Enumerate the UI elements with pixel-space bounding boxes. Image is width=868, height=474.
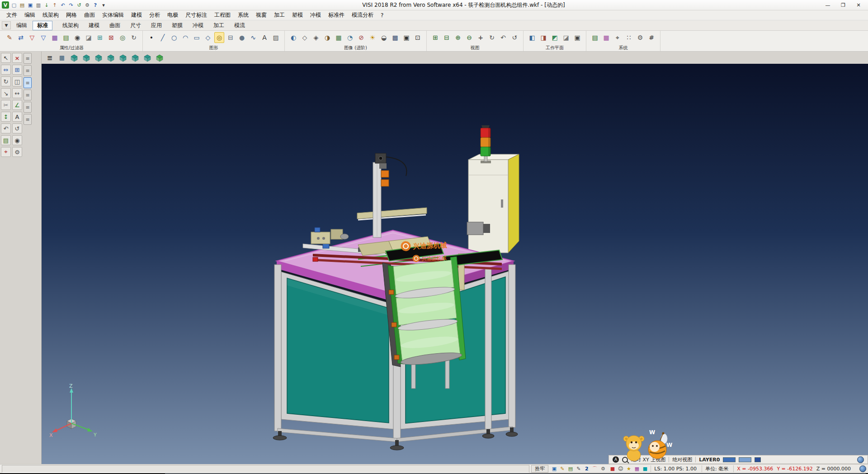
units-indicator[interactable]: 单位: 毫米 — [702, 465, 731, 472]
tab-modeling[interactable]: 建模 — [84, 21, 104, 30]
tab-moldflow[interactable]: 模流 — [230, 21, 250, 30]
refresh-icon[interactable]: ↺ — [75, 1, 83, 9]
workplane-yz-icon[interactable]: ◩ — [550, 32, 560, 43]
transparency-icon[interactable]: ◔ — [345, 32, 355, 43]
style-brush-icon[interactable]: ✎ — [558, 465, 566, 473]
menu-item[interactable]: 实体编辑 — [99, 10, 127, 20]
erase-filter-icon[interactable]: ⊠ — [106, 32, 116, 43]
menu-item[interactable]: 模流分析 — [348, 10, 377, 20]
point-icon[interactable]: • — [146, 32, 156, 43]
view-mode-indicator[interactable]: 绝对 XY 上视图 — [631, 456, 665, 463]
badge-2[interactable]: 2 — [583, 465, 590, 473]
workplane-3pt-icon[interactable]: ◪ — [561, 32, 571, 43]
grid-icon[interactable]: ∷ — [624, 32, 634, 43]
view-iso-icon[interactable] — [69, 53, 80, 63]
save-icon[interactable]: ▣ — [27, 1, 34, 9]
print-icon[interactable]: ▥ — [35, 1, 42, 9]
user-icon[interactable]: ☺ — [617, 465, 624, 473]
entity-filter-icon[interactable]: ◉ — [72, 32, 82, 43]
move-icon[interactable]: ⇔ — [1, 65, 11, 75]
clipboard-slot-4[interactable]: ≡ — [24, 90, 32, 100]
polygon-icon[interactable]: ◇ — [203, 32, 213, 43]
menu-item[interactable]: 塑模 — [288, 10, 307, 20]
layer-filter-icon[interactable]: ▤ — [61, 32, 71, 43]
menu-item[interactable]: 系统 — [234, 10, 252, 20]
tab-standard[interactable]: 标准 — [33, 21, 52, 30]
view-bottom-icon[interactable] — [142, 53, 153, 63]
clipboard-slot-2[interactable]: ≡ — [24, 65, 32, 76]
tab-edit[interactable]: 编辑 — [12, 21, 32, 30]
color-swatch-2[interactable] — [739, 457, 751, 462]
display-settings-icon[interactable]: ▣ — [550, 465, 558, 473]
view-front-icon[interactable] — [93, 53, 104, 63]
select-icon[interactable]: ↖ — [1, 53, 11, 63]
curve-icon[interactable]: ∿ — [248, 32, 258, 43]
circle-icon[interactable]: ○ — [169, 32, 179, 43]
redo-icon[interactable]: ↷ — [67, 1, 75, 9]
filter-blue-icon[interactable]: ▽ — [38, 32, 48, 43]
color-swatch-1[interactable] — [723, 457, 736, 462]
red-cube-icon[interactable]: ■ — [609, 465, 616, 473]
import-icon[interactable]: ↓ — [43, 1, 50, 9]
absolute-view-indicator[interactable]: 绝对视图 — [672, 456, 692, 463]
wireframe-view-icon[interactable]: ◇ — [300, 32, 310, 43]
sphere-icon[interactable]: ● — [237, 32, 247, 43]
light-icon[interactable]: ☀ — [368, 32, 377, 43]
annotate-icon[interactable]: A — [12, 112, 22, 122]
tab-die[interactable]: 冲模 — [188, 21, 208, 30]
tab-dimension[interactable]: 尺寸 — [126, 21, 146, 30]
text-icon[interactable]: A — [259, 32, 269, 43]
zoom-out-icon[interactable]: ⊖ — [464, 32, 474, 43]
dimension-icon[interactable]: ↕ — [1, 112, 11, 122]
menu-item[interactable]: 加工 — [270, 10, 288, 20]
camera-icon[interactable]: ▣ — [401, 32, 411, 43]
lock-toggle[interactable]: 拴牢 — [531, 465, 548, 473]
zoom-fit-icon[interactable]: ⊞ — [430, 32, 440, 43]
clipboard-slot-3[interactable]: ≡ — [24, 77, 32, 88]
menu-item[interactable]: 冲模 — [307, 10, 325, 20]
options-gear-icon[interactable]: ⚙ — [84, 1, 91, 9]
cyan-cube-icon[interactable]: ■ — [641, 465, 649, 473]
reset-filter-icon[interactable]: ↻ — [129, 32, 139, 43]
view-right-icon[interactable] — [130, 53, 141, 63]
star-icon[interactable]: ★ — [625, 465, 632, 473]
menu-item[interactable]: 工程图 — [211, 10, 234, 20]
menu-item[interactable]: 线架构 — [39, 10, 62, 20]
redraw-icon[interactable]: ↺ — [509, 32, 519, 43]
rotate-icon[interactable]: ↻ — [1, 76, 11, 86]
new-file-icon[interactable]: ▢ — [10, 1, 18, 9]
scale-indicator[interactable]: LS: 1.00 PS: 1.00 — [651, 465, 700, 472]
snap-icon[interactable]: ⌖ — [1, 147, 11, 157]
3d-viewport[interactable]: 兴迪源机械 兴迪源机械 Z — [42, 64, 868, 464]
menu-item[interactable]: 标准件 — [325, 10, 348, 20]
menu-item[interactable]: 尺寸标注 — [182, 10, 211, 20]
section-icon[interactable]: ⊘ — [356, 32, 366, 43]
menu-item[interactable]: 视窗 — [252, 10, 270, 20]
color-swatch-3[interactable] — [755, 457, 761, 462]
edit-mode-icon[interactable]: ✎ — [575, 465, 582, 473]
trim-icon[interactable]: ✂ — [1, 100, 11, 110]
menu-item[interactable]: 曲面 — [80, 10, 99, 20]
color-table-icon[interactable]: ▦ — [601, 32, 611, 43]
erase-icon[interactable]: × — [12, 53, 22, 63]
mask-icon[interactable]: ◪ — [84, 32, 94, 43]
rectangle-icon[interactable]: ▭ — [192, 32, 202, 43]
annotation-badge[interactable]: A — [613, 456, 619, 463]
tab-dropdown-icon[interactable]: ▼ — [2, 21, 11, 29]
menu-item[interactable]: ? — [377, 11, 387, 19]
export-icon[interactable]: ↑ — [51, 1, 58, 9]
previous-view-icon[interactable]: ↶ — [498, 32, 508, 43]
undo-icon[interactable]: ↶ — [59, 1, 66, 9]
layer-manager-icon[interactable]: ▤ — [590, 32, 600, 43]
texture-icon[interactable]: ▦ — [334, 32, 344, 43]
menu-item[interactable]: 编辑 — [21, 10, 39, 20]
menu-item[interactable]: 网格 — [62, 10, 80, 20]
tab-wireframe[interactable]: 线架构 — [58, 21, 83, 30]
line-icon[interactable]: ╱ — [158, 32, 168, 43]
view-top-icon[interactable] — [81, 53, 92, 63]
settings-icon[interactable]: ⚙ — [12, 147, 22, 157]
qat-dropdown-icon[interactable]: ▾ — [100, 1, 107, 9]
workplane-xz-icon[interactable]: ◨ — [538, 32, 548, 43]
filter-red-icon[interactable]: ▽ — [27, 32, 37, 43]
calculator-icon[interactable]: # — [646, 32, 656, 43]
